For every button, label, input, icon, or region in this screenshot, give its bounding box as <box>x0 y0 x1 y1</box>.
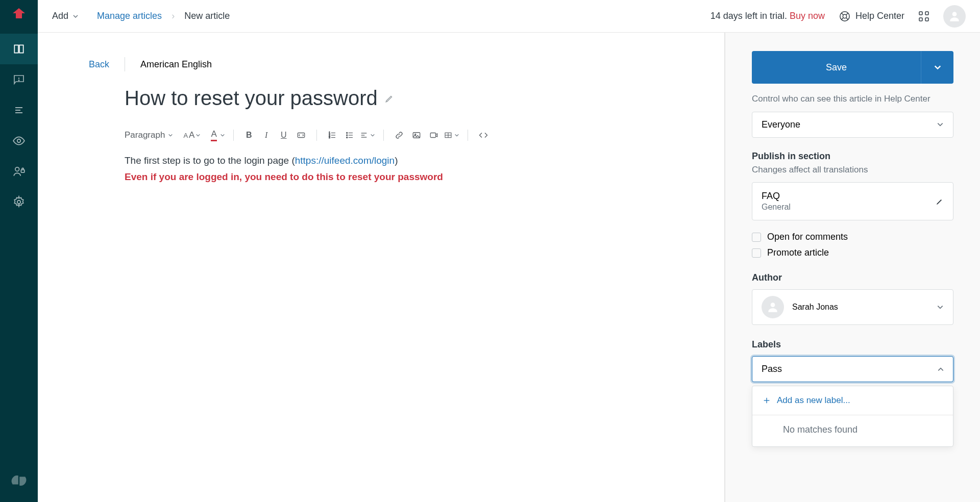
image-button[interactable] <box>409 128 424 142</box>
link-button[interactable] <box>392 128 406 142</box>
svg-rect-17 <box>919 12 922 15</box>
svg-point-33 <box>346 135 347 136</box>
chevron-down-icon <box>220 133 225 138</box>
locale-label[interactable]: American English <box>140 59 212 70</box>
help-center-label: Help Center <box>855 11 904 21</box>
svg-point-3 <box>18 80 19 81</box>
life-ring-icon <box>839 11 850 22</box>
add-button-label: Add <box>52 11 68 21</box>
save-button-label: Save <box>826 62 847 73</box>
main: Add Manage articles › New article 14 day… <box>38 0 980 502</box>
svg-line-16 <box>846 17 848 19</box>
svg-line-14 <box>846 13 848 15</box>
body-link[interactable]: https://uifeed.com/login <box>295 155 395 166</box>
trial-status: 14 days left in trial. Buy now <box>710 11 825 21</box>
help-center-link[interactable]: Help Center <box>839 11 904 22</box>
body-text: ) <box>395 155 398 166</box>
save-button[interactable]: Save <box>752 51 921 84</box>
author-avatar <box>762 296 784 318</box>
author-heading: Author <box>752 272 953 283</box>
underline-button[interactable]: U <box>277 128 291 142</box>
svg-text:3: 3 <box>329 136 330 139</box>
chevron-down-icon <box>937 121 944 128</box>
trial-text: 14 days left in trial. <box>710 11 790 21</box>
editor-body[interactable]: The first step is to go to the login pag… <box>89 153 599 186</box>
nav-item-preview[interactable] <box>0 126 38 156</box>
publish-subtext: Changes affect all translations <box>752 164 953 177</box>
labels-heading: Labels <box>752 339 953 350</box>
visibility-select[interactable]: Everyone <box>752 112 953 138</box>
add-button[interactable]: Add <box>52 11 79 21</box>
buy-now-link[interactable]: Buy now <box>790 11 825 21</box>
svg-rect-19 <box>919 18 922 21</box>
breadcrumb-current: New article <box>184 11 230 21</box>
ordered-list-button[interactable]: 123 <box>325 128 339 142</box>
no-matches-text: No matches found <box>752 415 953 446</box>
chevron-up-icon <box>937 366 944 373</box>
paragraph-style-select[interactable]: Paragraph <box>125 130 173 140</box>
checkbox-icon <box>752 248 761 258</box>
editor-toolbar: Paragraph AA A <box>89 128 599 142</box>
svg-line-13 <box>842 13 844 15</box>
back-link[interactable]: Back <box>89 59 109 70</box>
svg-marker-0 <box>13 8 25 13</box>
bullet-list-button[interactable] <box>342 128 357 142</box>
app-switcher-icon[interactable] <box>919 11 929 21</box>
labels-dropdown: Add as new label... No matches found <box>752 386 953 447</box>
svg-point-44 <box>771 303 775 308</box>
italic-button[interactable]: I <box>259 128 274 142</box>
editor-pane: Back American English How to reset your … <box>38 33 725 502</box>
add-new-label-option[interactable]: Add as new label... <box>752 386 953 415</box>
breadcrumb: Manage articles › New article <box>97 11 230 21</box>
person-icon <box>948 10 961 23</box>
settings-sidebar: Save Control who can see this article in… <box>725 33 980 502</box>
pencil-icon[interactable] <box>385 94 394 103</box>
open-comments-checkbox[interactable]: Open for comments <box>752 232 953 242</box>
visibility-description: Control who can see this article in Help… <box>752 93 953 106</box>
topbar: Add Manage articles › New article 14 day… <box>38 0 980 33</box>
save-options-button[interactable] <box>921 51 953 84</box>
author-name: Sarah Jonas <box>792 303 838 312</box>
section-name: FAQ <box>762 191 791 202</box>
nav-item-settings[interactable] <box>0 187 38 217</box>
promote-label: Promote article <box>767 247 829 258</box>
font-color-select[interactable]: A <box>211 129 225 141</box>
labels-input-wrap[interactable] <box>752 356 953 382</box>
table-select[interactable] <box>444 128 459 142</box>
nav-item-guide[interactable] <box>0 34 38 64</box>
nav-rail <box>0 0 38 502</box>
body-warning: Even if you are logged in, you need to d… <box>125 169 599 185</box>
nav-item-permissions[interactable] <box>0 156 38 187</box>
svg-point-7 <box>17 139 21 143</box>
chevron-down-icon <box>195 133 201 138</box>
bold-button[interactable]: B <box>242 128 256 142</box>
nav-item-arrange[interactable] <box>0 95 38 126</box>
breadcrumb-manage[interactable]: Manage articles <box>97 11 162 21</box>
svg-point-34 <box>346 137 347 138</box>
body-text: The first step is to go to the login pag… <box>125 155 295 166</box>
align-select[interactable] <box>360 128 375 142</box>
visibility-value: Everyone <box>762 119 800 130</box>
section-sub: General <box>762 203 791 212</box>
chevron-down-icon <box>72 13 79 19</box>
promote-article-checkbox[interactable]: Promote article <box>752 247 953 258</box>
article-title[interactable]: How to reset your password <box>125 87 378 110</box>
svg-point-12 <box>843 14 846 18</box>
user-avatar[interactable] <box>943 5 966 28</box>
section-select[interactable]: FAQ General <box>752 182 953 220</box>
svg-rect-1 <box>16 13 22 18</box>
plus-icon <box>763 396 771 405</box>
code-button[interactable] <box>294 128 308 142</box>
video-button[interactable] <box>427 128 441 142</box>
paragraph-label: Paragraph <box>125 130 165 140</box>
chevron-down-icon <box>168 133 173 138</box>
nav-item-zendesk[interactable] <box>0 465 38 496</box>
source-code-button[interactable] <box>476 128 491 142</box>
open-comments-label: Open for comments <box>767 232 848 242</box>
labels-input[interactable] <box>762 364 927 374</box>
nav-item-moderate[interactable] <box>0 64 38 95</box>
author-select[interactable]: Sarah Jonas <box>752 289 953 325</box>
person-icon <box>766 300 779 314</box>
font-size-select[interactable]: AA <box>183 130 201 140</box>
app-logo[interactable] <box>11 6 27 22</box>
